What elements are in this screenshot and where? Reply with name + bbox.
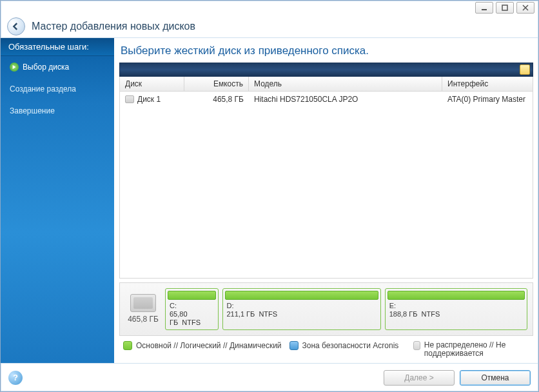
- cell-interface: ATA(0) Primary Master: [442, 93, 533, 105]
- sidebar-item-label: Создание раздела: [10, 84, 76, 93]
- footer: ? Далее > Отмена: [1, 363, 538, 391]
- svg-rect-0: [482, 9, 487, 10]
- hdd-icon: [130, 294, 156, 312]
- partition-bar: [387, 291, 525, 300]
- toolbar: [119, 63, 533, 77]
- partition-d[interactable]: D:211,1 ГБ NTFS: [222, 288, 381, 330]
- partition-label: E:188,8 ГБ NTFS: [387, 300, 525, 318]
- titlebar: [1, 1, 538, 15]
- back-button[interactable]: [7, 17, 25, 35]
- legend-zone: Зона безопасности Acronis: [289, 341, 399, 350]
- next-button[interactable]: Далее >: [384, 370, 455, 386]
- swatch-blue-icon: [289, 341, 299, 350]
- wizard-window: Мастер добавления новых дисков Обязатель…: [0, 0, 539, 392]
- legend-unalloc: Не распределено // Не поддерживается: [413, 341, 529, 358]
- table-header: Диск Емкость Модель Интерфейс: [120, 77, 533, 92]
- partition-e[interactable]: E:188,8 ГБ NTFS: [385, 288, 527, 330]
- sidebar-item-label: Завершение: [10, 106, 55, 115]
- cell-capacity: 465,8 ГБ: [184, 93, 249, 105]
- partition-bar: [168, 291, 216, 300]
- col-model[interactable]: Модель: [249, 77, 442, 91]
- close-button[interactable]: [516, 2, 534, 14]
- main-panel: Выберите жесткий диск из приведенного сп…: [114, 38, 538, 363]
- cell-disk: Диск 1: [120, 93, 184, 105]
- maximize-button[interactable]: [496, 2, 514, 14]
- legend-types: Основной // Логический // Динамический: [123, 341, 282, 350]
- legend: Основной // Логический // Динамический З…: [119, 336, 533, 358]
- partition-label: D:211,1 ГБ NTFS: [225, 300, 378, 318]
- col-disk[interactable]: Диск: [120, 77, 184, 91]
- header: Мастер добавления новых дисков: [1, 15, 538, 38]
- partition-disk-header: 465,8 ГБ: [125, 288, 161, 330]
- swatch-grey-icon: [413, 341, 420, 350]
- sidebar-heading: Обязательные шаги:: [1, 38, 114, 56]
- sidebar-item-create-partition[interactable]: Создание раздела: [1, 78, 114, 100]
- svg-rect-1: [502, 5, 507, 10]
- swatch-green-icon: [123, 341, 132, 350]
- partition-label: C:65,80 ГБ NTFS: [168, 300, 216, 328]
- partition-c[interactable]: C:65,80 ГБ NTFS: [165, 288, 219, 330]
- disk-total-size: 465,8 ГБ: [128, 315, 159, 324]
- sidebar-item-label: Выбор диска: [23, 63, 69, 72]
- body: Обязательные шаги: Выбор диска Создание …: [1, 38, 538, 363]
- disk-table: Диск Емкость Модель Интерфейс Диск 1 465…: [119, 77, 533, 279]
- partition-bar: [225, 291, 378, 300]
- columns-icon[interactable]: [520, 64, 530, 75]
- col-interface[interactable]: Интерфейс: [442, 77, 533, 91]
- table-body: Диск 1 465,8 ГБ Hitachi HDS721050CLA JP2…: [120, 92, 533, 278]
- help-button[interactable]: ?: [8, 371, 23, 385]
- sidebar-item-select-disk[interactable]: Выбор диска: [1, 56, 114, 78]
- sidebar: Обязательные шаги: Выбор диска Создание …: [1, 38, 114, 363]
- cancel-button[interactable]: Отмена: [460, 370, 531, 386]
- partition-panel: 465,8 ГБ C:65,80 ГБ NTFS D:211,1 ГБ NTFS…: [119, 282, 533, 336]
- disk-icon: [125, 95, 134, 103]
- sidebar-item-finish[interactable]: Завершение: [1, 100, 114, 122]
- cell-model: Hitachi HDS721050CLA JP2O: [249, 93, 442, 105]
- page-title: Выберите жесткий диск из приведенного сп…: [121, 44, 533, 57]
- wizard-title: Мастер добавления новых дисков: [32, 21, 195, 32]
- col-capacity[interactable]: Емкость: [184, 77, 249, 91]
- arrow-icon: [10, 63, 19, 72]
- minimize-button[interactable]: [475, 2, 493, 14]
- table-row[interactable]: Диск 1 465,8 ГБ Hitachi HDS721050CLA JP2…: [120, 92, 533, 107]
